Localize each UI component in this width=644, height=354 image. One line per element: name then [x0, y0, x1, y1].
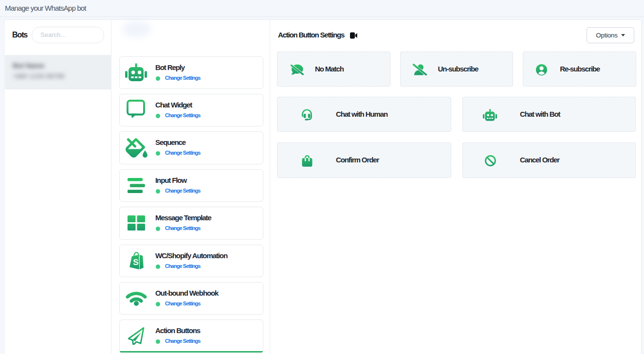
- svg-text:S: S: [133, 258, 138, 267]
